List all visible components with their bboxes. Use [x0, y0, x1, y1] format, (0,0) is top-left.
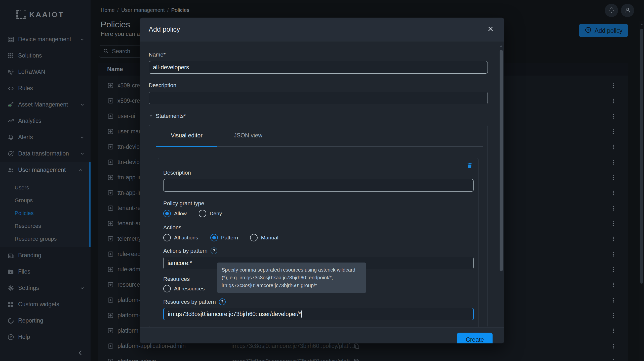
modal-header: Add policy	[140, 18, 504, 41]
actions-pattern-option[interactable]: Pattern	[210, 234, 238, 241]
statement-description-input[interactable]	[163, 179, 474, 192]
modal-scroll-up-arrow-icon[interactable]	[499, 44, 503, 48]
radio-unselected-icon	[163, 234, 171, 241]
tab-json-view[interactable]: JSON view	[217, 132, 279, 139]
create-button[interactable]: Create	[457, 333, 493, 344]
grant-type-radio-group: Allow Deny	[163, 210, 474, 217]
grant-deny-label: Deny	[210, 211, 222, 217]
text-cursor	[301, 311, 302, 318]
close-icon[interactable]	[487, 25, 495, 34]
active-tab-underline	[156, 146, 217, 147]
resources-by-pattern-input[interactable]: irn:qs73c8osj0:iamcore:jc73bjrh60::user/…	[163, 308, 474, 320]
statements-tabs: Visual editor JSON view	[149, 125, 488, 146]
actions-by-pattern-row: Actions by pattern ?	[163, 247, 474, 254]
grant-allow-label: Allow	[174, 211, 187, 217]
modal-title: Add policy	[149, 26, 487, 33]
resources-all-option[interactable]: All resources	[163, 285, 205, 292]
resources-by-pattern-label: Resources by pattern	[163, 299, 216, 305]
grant-deny-option[interactable]: Deny	[199, 210, 222, 217]
resources-tooltip: Specify comma separated resources using …	[217, 263, 366, 293]
actions-pattern-label: Pattern	[221, 235, 238, 241]
name-input[interactable]	[149, 61, 488, 74]
actions-all-option[interactable]: All actions	[163, 234, 198, 241]
resources-by-pattern-value: irn:qs73c8osj0:iamcore:jc73bjrh60::user/…	[168, 311, 301, 318]
description-field-label: Description	[149, 82, 488, 89]
actions-manual-option[interactable]: Manual	[250, 234, 278, 241]
actions-manual-label: Manual	[261, 235, 278, 241]
radio-unselected-icon	[250, 234, 258, 241]
actions-all-label: All actions	[174, 235, 198, 241]
modal-footer: Create	[140, 327, 504, 343]
grant-type-label: Policy grant type	[163, 200, 474, 207]
tab-visual-editor[interactable]: Visual editor	[156, 132, 217, 139]
grant-allow-option[interactable]: Allow	[163, 210, 187, 217]
statements-label: Statements*	[156, 113, 186, 119]
modal-scrollbar-thumb[interactable]	[500, 50, 503, 271]
radio-selected-icon	[163, 210, 171, 217]
statement-description-label: Description	[163, 170, 474, 176]
radio-selected-icon	[210, 234, 218, 241]
tab-divider-line	[217, 146, 483, 147]
statements-section-header[interactable]: Statements*	[149, 113, 488, 119]
trash-icon[interactable]	[466, 162, 473, 169]
actions-label: Actions	[163, 224, 474, 231]
help-icon[interactable]: ?	[219, 298, 226, 305]
actions-by-pattern-label: Actions by pattern	[163, 248, 208, 254]
tab-indicator	[156, 146, 483, 147]
actions-radio-group: All actions Pattern Manual	[163, 234, 474, 241]
radio-unselected-icon	[199, 210, 206, 217]
statement-card: Description Policy grant type Allow Deny	[158, 158, 478, 327]
help-icon[interactable]: ?	[211, 247, 217, 254]
resources-all-label: All resources	[174, 286, 205, 292]
name-field-label: Name*	[149, 51, 488, 58]
resources-by-pattern-row: Resources by pattern ?	[163, 298, 474, 305]
description-input[interactable]	[149, 92, 488, 104]
caret-down-icon	[149, 114, 153, 118]
app-root: KAAIOT Device managementSolutionsLoRaWAN…	[0, 0, 644, 361]
add-policy-modal: Add policy Name* Description Statements*…	[140, 18, 504, 343]
radio-unselected-icon	[163, 285, 171, 292]
statements-container: Visual editor JSON view Description Poli…	[149, 125, 488, 327]
